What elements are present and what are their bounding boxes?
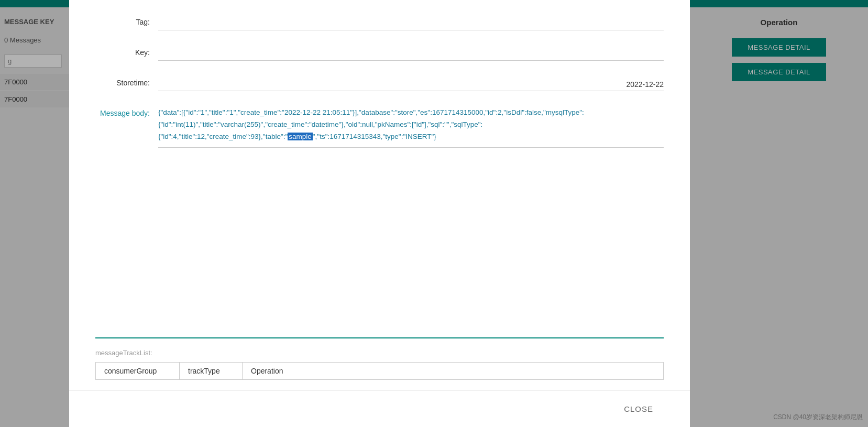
track-col-consumer-group: consumerGroup [96, 363, 180, 379]
tag-value [158, 16, 664, 30]
message-body-row: Message body: {"data":[{"id":"1","title"… [95, 107, 664, 148]
track-list-label: messageTrackList: [95, 349, 664, 357]
modal-dialog: Tag: Key: Storetime: 2022-12-22 Message … [69, 0, 690, 427]
storetime-label: Storetime: [95, 76, 158, 87]
track-list-section: messageTrackList: consumerGroup trackTyp… [69, 349, 690, 390]
storetime-value: 2022-12-22 [158, 76, 664, 91]
tag-label: Tag: [95, 16, 158, 26]
message-body-label: Message body: [95, 107, 158, 117]
modal-footer: CLOSE [69, 390, 690, 427]
modal-body: Tag: Key: Storetime: 2022-12-22 Message … [69, 0, 690, 327]
message-body-content: {"data":[{"id":"1","title":"1","create_t… [158, 107, 664, 148]
message-body-highlight: sample [288, 133, 313, 140]
tag-row: Tag: [95, 16, 664, 30]
track-col-track-type: trackType [180, 363, 243, 379]
watermark: CSDN @40岁资深老架构师尼恩 [773, 413, 863, 422]
key-row: Key: [95, 46, 664, 61]
track-table: consumerGroup trackType Operation [95, 362, 664, 380]
message-body-text-after: ","ts":1671714315343,"type":"INSERT"} [313, 133, 436, 140]
key-label: Key: [95, 46, 158, 57]
track-col-operation: Operation [243, 363, 305, 379]
close-button[interactable]: CLOSE [613, 399, 664, 419]
section-divider [95, 337, 664, 338]
track-table-header-row: consumerGroup trackType Operation [96, 363, 663, 379]
storetime-row: Storetime: 2022-12-22 [95, 76, 664, 91]
key-value [158, 46, 664, 61]
